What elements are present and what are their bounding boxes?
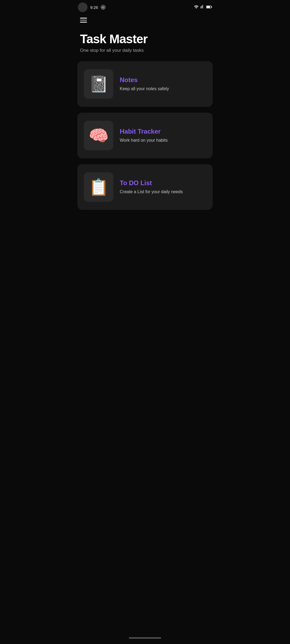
gear-icon: [101, 5, 106, 10]
app-subtitle: One stop for all your daily tasks: [80, 48, 210, 53]
hamburger-line-3: [80, 22, 87, 23]
clipboard-icon: 📋: [89, 178, 109, 197]
todo-list-card-content: To DO List Create a List for your daily …: [120, 179, 206, 195]
top-navigation: [73, 13, 218, 27]
wifi-icon: [194, 5, 199, 10]
cards-section: 📓 Notes Keep all your notes safely 🧠 Hab…: [73, 61, 218, 210]
habit-tracker-card-content: Habit Tracker Work hard on your habits: [120, 128, 206, 143]
status-right: [194, 5, 212, 10]
header-section: Task Master One stop for all your daily …: [73, 27, 218, 61]
habit-tracker-icon-wrapper: 🧠: [84, 121, 113, 150]
signal-icon: [200, 5, 205, 10]
brain-icon: 🧠: [89, 126, 109, 145]
status-time: 9:26: [90, 5, 98, 10]
svg-rect-2: [211, 6, 212, 8]
notes-book-icon: 📓: [89, 75, 109, 94]
svg-rect-1: [206, 6, 210, 8]
hamburger-line-1: [80, 18, 87, 19]
notes-card-title: Notes: [120, 76, 206, 84]
habit-tracker-card[interactable]: 🧠 Habit Tracker Work hard on your habits: [77, 113, 213, 158]
todo-list-card-description: Create a List for your daily needs: [120, 189, 206, 195]
todo-list-card[interactable]: 📋 To DO List Create a List for your dail…: [77, 164, 213, 210]
todo-list-icon-wrapper: 📋: [84, 172, 113, 202]
status-bar: 9:26: [73, 0, 218, 13]
todo-list-card-title: To DO List: [120, 179, 206, 187]
bottom-navigation: [73, 633, 218, 644]
habit-tracker-card-title: Habit Tracker: [120, 128, 206, 135]
nav-indicator: [129, 637, 161, 639]
avatar: [78, 2, 88, 12]
hamburger-line-2: [80, 20, 87, 21]
notes-card-content: Notes Keep all your notes safely: [120, 76, 206, 92]
status-left: 9:26: [78, 2, 106, 12]
notes-icon-wrapper: 📓: [84, 69, 113, 99]
notes-card-description: Keep all your notes safely: [120, 86, 206, 92]
notes-card[interactable]: 📓 Notes Keep all your notes safely: [77, 61, 213, 107]
habit-tracker-card-description: Work hard on your habits: [120, 137, 206, 143]
hamburger-menu-button[interactable]: [79, 17, 88, 24]
battery-icon: [206, 5, 212, 10]
app-title: Task Master: [80, 32, 210, 46]
